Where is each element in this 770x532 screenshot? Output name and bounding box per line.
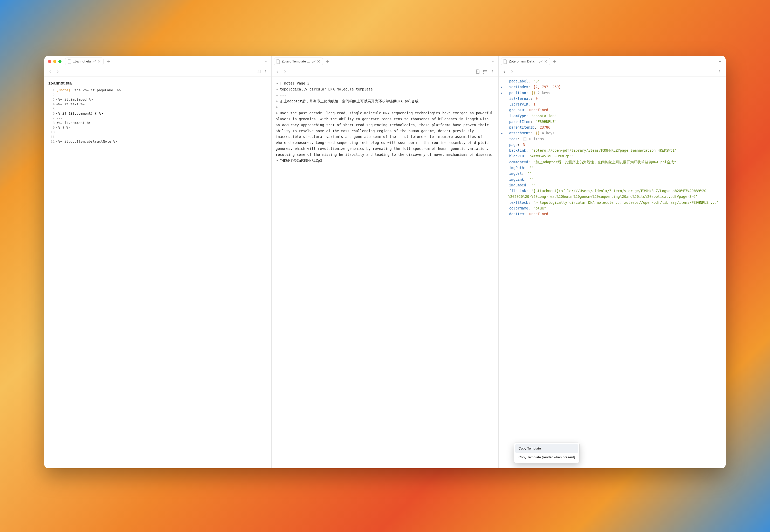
new-tab-button[interactable] xyxy=(324,58,331,65)
code-line[interactable]: <%= it.comment %> xyxy=(56,121,268,125)
chevron-down-icon xyxy=(718,60,722,63)
property-row[interactable]: imgLink: "" xyxy=(504,177,723,182)
property-row[interactable]: parentItem: "F39HNRLZ" xyxy=(504,119,723,124)
nav-back-button[interactable] xyxy=(275,69,280,75)
property-row[interactable]: ▸ position: {} 2 keys xyxy=(504,90,723,96)
code-line[interactable]: <%= it.text %> xyxy=(56,102,268,106)
property-row[interactable]: textBlock: "> topologically circular DNA… xyxy=(504,200,723,205)
close-tab-icon[interactable] xyxy=(98,60,101,63)
fullscreen-window-button[interactable] xyxy=(58,60,61,63)
property-row[interactable]: ▸ attachment: {} 4 keys xyxy=(504,130,723,136)
property-row[interactable]: backlink: "zotero://open-pdf/library/ite… xyxy=(504,148,723,153)
line-number: 9 xyxy=(48,125,55,129)
code-line[interactable] xyxy=(56,107,268,111)
close-tab-icon[interactable] xyxy=(317,60,320,63)
outline-button[interactable] xyxy=(482,69,488,75)
preview-body[interactable]: > [!note] Page 3 > topologically circula… xyxy=(272,77,499,468)
nav-forward-button[interactable] xyxy=(282,69,288,75)
new-tab-button[interactable] xyxy=(105,58,112,65)
property-row[interactable]: docItem: undefined xyxy=(504,211,723,217)
more-vertical-icon xyxy=(491,70,494,74)
tab-overflow-button[interactable] xyxy=(716,58,724,65)
chevron-down-icon xyxy=(491,60,495,63)
property-row[interactable]: groupID: undefined xyxy=(504,107,723,113)
tabbar-2: Zotero Template P... xyxy=(272,56,499,67)
line-number: 11 xyxy=(48,135,55,139)
code-line[interactable] xyxy=(56,93,268,97)
property-row[interactable]: fileLink: "[attachment](<file:///Users/a… xyxy=(504,188,723,200)
context-menu-item[interactable]: Copy Template (render when present) xyxy=(515,453,578,461)
line-number: 7 xyxy=(48,116,55,120)
more-button[interactable] xyxy=(262,69,268,75)
arrow-left-icon xyxy=(275,70,280,74)
property-row[interactable]: tags: [] 0 items xyxy=(504,136,723,142)
property-row[interactable]: isExternal: 0 xyxy=(504,96,723,101)
code-lines: 1[!note] Page <%= it.pageLabel %>23<%= i… xyxy=(48,88,268,143)
property-row[interactable]: imgPath: "" xyxy=(504,165,723,171)
property-row[interactable]: commentMd: "加上adapter后，其测序上仍为线性，空间构象上可以展… xyxy=(504,159,723,165)
code-line[interactable]: <% if (it.comment) { %> xyxy=(56,111,268,115)
property-row[interactable]: libraryID: 1 xyxy=(504,101,723,107)
more-vertical-icon xyxy=(718,70,722,74)
tab-2[interactable]: Zotero Template P... xyxy=(274,58,323,65)
tab-3[interactable]: Zotero Item Detail... xyxy=(501,58,550,65)
code-line[interactable]: <% } %> xyxy=(56,125,268,129)
toolbar-1 xyxy=(44,67,271,77)
details-body[interactable]: pageLabel: "3"▸ sortIndex: [2, 797, 269]… xyxy=(499,77,726,468)
more-button[interactable] xyxy=(717,69,723,75)
minimize-window-button[interactable] xyxy=(53,60,56,63)
pane-preview: Zotero Template P... xyxy=(272,56,499,468)
reading-mode-button[interactable] xyxy=(255,69,261,75)
tab-overflow-button[interactable] xyxy=(262,58,269,65)
code-line[interactable]: --- xyxy=(56,116,268,120)
toolbar-3 xyxy=(499,67,726,77)
nav-back-button[interactable] xyxy=(502,69,508,75)
line-number: 6 xyxy=(48,111,55,115)
editor-body[interactable]: zt-annot.eta 1[!note] Page <%= it.pageLa… xyxy=(44,77,271,468)
svg-point-3 xyxy=(492,70,493,71)
property-row[interactable]: page: 3 xyxy=(504,142,723,148)
file-icon xyxy=(68,59,72,64)
property-row[interactable]: parentItemID: 23786 xyxy=(504,124,723,130)
property-row[interactable]: imgUrl: "" xyxy=(504,171,723,176)
property-row[interactable]: pageLabel: "3" xyxy=(504,78,723,84)
property-row[interactable]: imgEmbed: "" xyxy=(504,182,723,188)
svg-point-0 xyxy=(265,70,265,71)
property-row[interactable]: ▸ sortIndex: [2, 797, 269] xyxy=(504,84,723,90)
nav-forward-button[interactable] xyxy=(509,69,515,75)
property-row[interactable]: colorName: "blue" xyxy=(504,205,723,211)
svg-point-8 xyxy=(719,73,720,73)
nav-forward-button[interactable] xyxy=(55,69,60,75)
svg-point-1 xyxy=(265,71,265,72)
code-line[interactable]: <%= it.docItem.abstractNote %> xyxy=(56,139,268,143)
property-row[interactable]: blockID: "4KWMSW5IaF39HNRLZp3" xyxy=(504,153,723,159)
tab-overflow-button[interactable] xyxy=(489,58,496,65)
line-number: 1 xyxy=(48,88,55,92)
file-icon xyxy=(276,59,280,64)
arrow-left-icon xyxy=(48,70,52,74)
code-line[interactable]: <%= it.imgEmbed %> xyxy=(56,97,268,101)
context-menu-item[interactable]: Copy Template xyxy=(515,444,578,453)
close-window-button[interactable] xyxy=(48,60,51,63)
code-line[interactable] xyxy=(56,130,268,134)
more-button[interactable] xyxy=(490,69,495,75)
insert-button[interactable] xyxy=(475,69,481,75)
tabbar-1: zt-annot.eta xyxy=(44,56,271,67)
close-tab-icon[interactable] xyxy=(544,60,548,63)
line-number: 5 xyxy=(48,107,55,111)
code-line[interactable]: [!note] Page <%= it.pageLabel %> xyxy=(56,88,268,92)
tab-title: Zotero Item Detail... xyxy=(509,59,538,63)
new-tab-button[interactable] xyxy=(551,58,558,65)
code-line[interactable] xyxy=(56,135,268,139)
svg-point-7 xyxy=(719,71,720,72)
tab-title: zt-annot.eta xyxy=(73,59,91,63)
pane-details: Zotero Item Detail... xyxy=(499,56,726,468)
chevron-down-icon xyxy=(264,60,267,63)
arrow-right-icon xyxy=(283,70,287,74)
nav-back-button[interactable] xyxy=(47,69,53,75)
property-row[interactable]: itemType: "annotation" xyxy=(504,113,723,119)
arrow-right-icon xyxy=(510,70,514,74)
tab-1[interactable]: zt-annot.eta xyxy=(65,58,104,65)
context-menu: Copy TemplateCopy Template (render when … xyxy=(514,443,580,463)
tabbar-3: Zotero Item Detail... xyxy=(499,56,726,67)
